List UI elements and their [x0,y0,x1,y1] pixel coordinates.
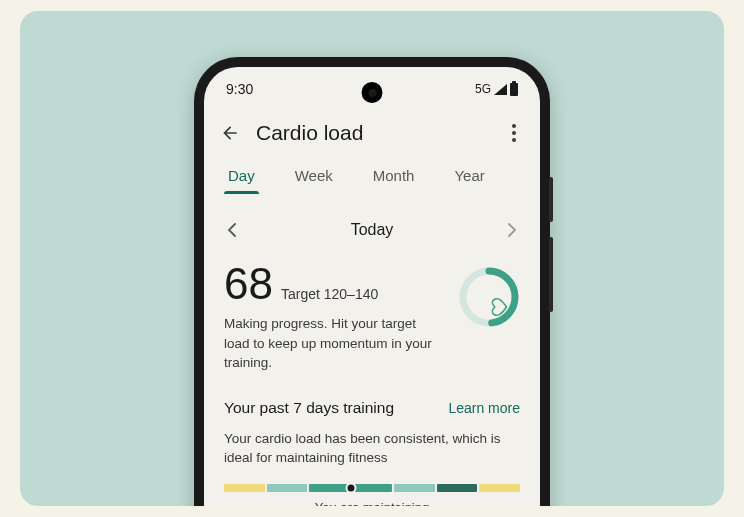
tab-year[interactable]: Year [450,161,488,194]
next-day-button[interactable] [500,218,524,242]
tab-day[interactable]: Day [224,161,259,194]
chevron-left-icon [227,223,237,237]
signal-icon [494,84,507,95]
gauge-seg [479,484,520,492]
battery-icon [510,83,518,96]
tab-week[interactable]: Week [291,161,337,194]
screen: 9:30 5G Cardio load Day Week M [204,67,540,506]
metric-text: 68 Target 120–140 Making progress. Hit y… [224,262,458,373]
phone-shell: 9:30 5G Cardio load Day Week M [194,57,550,506]
training-gauge [224,484,520,492]
side-button-1 [549,177,553,222]
tab-month[interactable]: Month [369,161,419,194]
history-title: Your past 7 days training [224,399,394,417]
side-button-2 [549,237,553,312]
history-description: Your cardio load has been consistent, wh… [224,429,520,468]
promo-frame: 9:30 5G Cardio load Day Week M [20,11,724,506]
progress-ring [458,266,520,328]
page-title: Cardio load [256,121,488,145]
gauge-label: You are maintaining [224,500,520,506]
date-label: Today [351,221,394,239]
history-section: Your past 7 days training Learn more You… [204,373,540,506]
metric-target: Target 120–140 [281,286,378,302]
gauge-indicator [346,482,357,493]
period-tabs: Day Week Month Year [204,161,540,194]
prev-day-button[interactable] [220,218,244,242]
date-navigator: Today [204,194,540,262]
network-label: 5G [475,82,491,96]
more-vert-icon [512,124,516,142]
app-header: Cardio load [204,111,540,161]
camera-cutout [362,82,383,103]
chevron-right-icon [507,223,517,237]
gauge-seg [309,484,350,492]
gauge-seg [437,484,478,492]
arrow-left-icon [220,123,240,143]
main-metric: 68 Target 120–140 Making progress. Hit y… [204,262,540,373]
metric-value: 68 [224,262,273,306]
heart-icon [489,297,509,317]
gauge-seg [352,484,393,492]
back-button[interactable] [216,119,244,147]
gauge-seg [394,484,435,492]
status-right: 5G [475,82,518,96]
gauge-seg [267,484,308,492]
status-time: 9:30 [226,81,253,97]
more-button[interactable] [500,119,528,147]
metric-description: Making progress. Hit your target load to… [224,314,444,373]
learn-more-link[interactable]: Learn more [448,400,520,416]
gauge-seg [224,484,265,492]
